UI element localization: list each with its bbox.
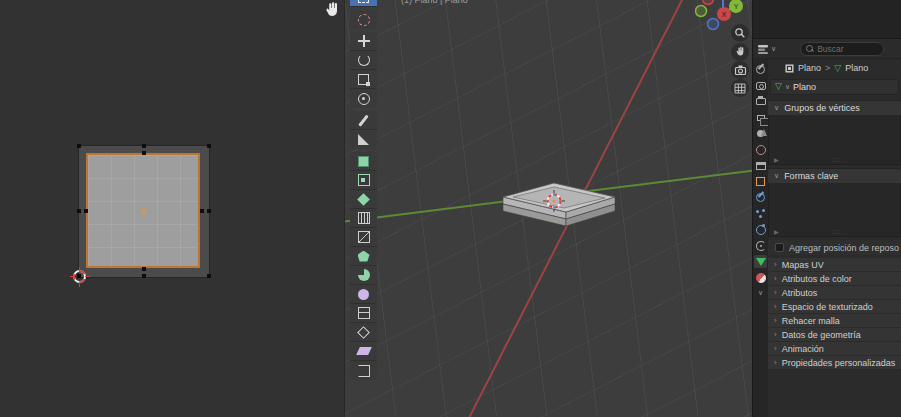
uv-vertex: [142, 151, 146, 155]
panel-header-attributes[interactable]: ›Atributos: [768, 286, 901, 299]
rest-position-checkbox[interactable]: [775, 243, 784, 252]
tab-output[interactable]: [754, 95, 767, 108]
tool-rip-region[interactable]: [350, 361, 377, 380]
tool-bevel[interactable]: [350, 190, 377, 209]
uv-vertex: [77, 209, 81, 213]
tab-scroll-chevron-icon[interactable]: ∨: [758, 289, 763, 297]
tab-render[interactable]: [754, 79, 767, 92]
tab-material[interactable]: [754, 271, 767, 284]
tab-modifiers[interactable]: [754, 191, 767, 204]
editor-type-selector[interactable]: ∨: [757, 44, 776, 54]
magnifier-icon: [734, 27, 746, 39]
breadcrumb-object-name[interactable]: Plano: [798, 63, 821, 73]
chevron-right-icon: ›: [774, 274, 777, 283]
tool-loop-cut[interactable]: [350, 209, 377, 228]
panel-label: Atributos: [782, 288, 818, 298]
uv-editor-canvas[interactable]: [0, 0, 344, 417]
panel-header-vertex-groups[interactable]: ∨ Grupos de vértices: [768, 100, 901, 115]
properties-editor: ∨ Buscar: [752, 0, 901, 417]
tab-physics[interactable]: [754, 223, 767, 236]
chevron-down-icon: ∨: [774, 104, 779, 112]
tool-edge-slide[interactable]: [350, 304, 377, 323]
tab-view-layer[interactable]: [754, 111, 767, 124]
tab-world[interactable]: [754, 143, 767, 156]
tool-scale[interactable]: [350, 70, 377, 89]
tool-annotate[interactable]: [350, 111, 377, 130]
tool-shrink-fatten[interactable]: [350, 323, 377, 342]
tab-object[interactable]: [754, 175, 767, 188]
panel-header-animation[interactable]: ›Animación: [768, 342, 901, 355]
chevron-right-icon: ›: [774, 288, 777, 297]
gizmo-minus-z: [708, 19, 719, 30]
list-resize-grip[interactable]: ∷∷: [832, 228, 842, 235]
mesh-name-row: ▽ ∨ Plano: [768, 77, 901, 96]
tool-inset-faces[interactable]: [350, 171, 377, 190]
list-expand-icon[interactable]: ▶: [774, 228, 779, 235]
panel-header-shape-keys[interactable]: ∨ Formas clave: [768, 168, 901, 183]
search-icon: [806, 45, 813, 52]
checkbox-label: Agregar posición de reposo: [789, 243, 899, 253]
properties-editor-icon: [757, 44, 769, 54]
panel-header-remesh[interactable]: ›Rehacer malla: [768, 314, 901, 327]
shape-keys-list[interactable]: ▶ ∷∷: [768, 183, 901, 237]
properties-tab-strip: ∨: [753, 59, 768, 417]
tab-particles[interactable]: [754, 207, 767, 220]
breadcrumb-data-name[interactable]: Plano: [845, 63, 868, 73]
list-resize-grip[interactable]: ∷∷: [832, 156, 842, 163]
tab-object-data[interactable]: [754, 255, 767, 268]
zoom-button[interactable]: [731, 24, 749, 42]
uv-vertex: [142, 274, 146, 278]
camera-icon: [734, 64, 747, 76]
search-input[interactable]: Buscar: [800, 42, 884, 56]
toggle-ortho-button[interactable]: [731, 79, 749, 97]
viewport-header-text: (1) Plano | Plano: [401, 0, 468, 5]
tool-rotate[interactable]: [350, 51, 377, 70]
list-expand-icon[interactable]: ▶: [774, 156, 779, 163]
tool-measure[interactable]: [350, 130, 377, 149]
panel-header-uv-maps[interactable]: ›Mapas UV: [768, 258, 901, 271]
tool-move[interactable]: [350, 32, 377, 51]
tool-transform[interactable]: [350, 89, 377, 108]
tab-tool[interactable]: [754, 63, 767, 76]
blender-window: (1) Plano | Plano: [0, 0, 901, 417]
vertex-groups-list[interactable]: ▶ ∷∷: [768, 115, 901, 165]
breadcrumb-separator: >: [825, 63, 830, 73]
hand-cursor-icon: [324, 1, 341, 24]
tool-shear[interactable]: [350, 342, 377, 361]
tab-scene[interactable]: [754, 127, 767, 140]
panel-label: Rehacer malla: [782, 316, 840, 326]
svg-text:X: X: [722, 11, 727, 18]
panel-header-geometry-data[interactable]: ›Datos de geometría: [768, 328, 901, 341]
panel-header-custom-properties[interactable]: ›Propiedades personalizadas: [768, 356, 901, 369]
panel-label: Espacio de texturizado: [782, 302, 873, 312]
tool-spin[interactable]: [350, 266, 377, 285]
hand-icon: [735, 46, 746, 58]
panel-label: Atributos de color: [782, 274, 852, 284]
panel-header-texture-space[interactable]: ›Espacio de texturizado: [768, 300, 901, 313]
tool-extrude-region[interactable]: [350, 152, 377, 171]
uv-vertex: [207, 144, 211, 148]
panel-header-color-attributes[interactable]: ›Atributos de color: [768, 272, 901, 285]
tool-select-box[interactable]: [350, 0, 377, 7]
uv-vertex: [200, 209, 204, 213]
uv-vertex: [207, 209, 211, 213]
tool-poly-build[interactable]: [350, 247, 377, 266]
gizmo-minus-y: [696, 6, 707, 17]
camera-view-button[interactable]: [731, 61, 749, 79]
tool-knife[interactable]: [350, 228, 377, 247]
uv-vertex: [142, 144, 146, 148]
uv-vertex: [77, 144, 81, 148]
tool-cursor[interactable]: [350, 10, 377, 29]
tab-constraints[interactable]: [754, 239, 767, 252]
panel-label: Propiedades personalizadas: [782, 358, 896, 368]
pan-button[interactable]: [731, 43, 749, 61]
tab-collection[interactable]: [754, 159, 767, 172]
tool-smooth[interactable]: [350, 285, 377, 304]
mesh-name-field[interactable]: ▽ ∨ Plano: [770, 79, 899, 95]
uv-island-outer-face[interactable]: [78, 145, 210, 278]
chevron-down-icon: ∨: [774, 172, 779, 180]
panel-label: Mapas UV: [782, 260, 824, 270]
3d-viewport-canvas[interactable]: (1) Plano | Plano: [344, 0, 752, 417]
uv-vertex: [142, 267, 146, 271]
object-icon: [785, 64, 794, 73]
